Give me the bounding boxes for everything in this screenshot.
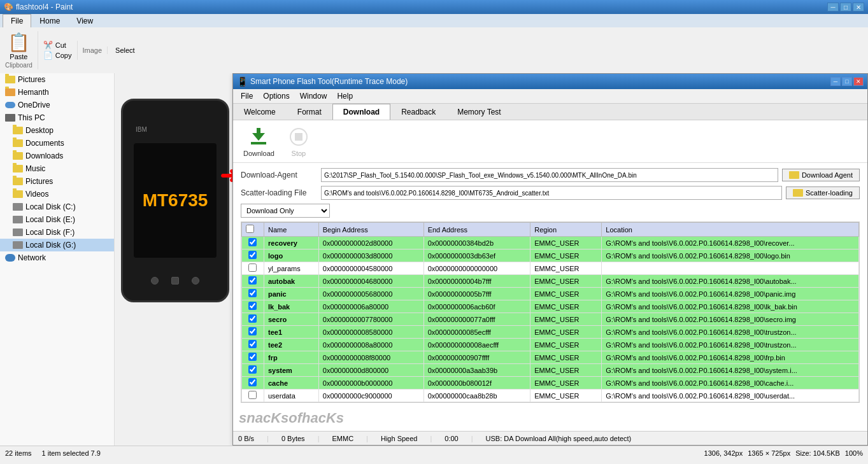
phone-buttons: [151, 277, 199, 285]
download-button[interactable]: Download: [243, 125, 274, 157]
row-checkbox-cell: [242, 313, 264, 326]
row-checkbox[interactable]: [248, 391, 257, 399]
flash-tab-welcome[interactable]: Welcome: [233, 104, 287, 120]
folder-icon: [789, 171, 799, 179]
flash-tab-format[interactable]: Format: [287, 104, 332, 120]
row-name: panic: [264, 288, 318, 300]
scatter-label: Scatter-loading File: [241, 188, 317, 197]
flash-tabs: Welcome Format Download Readback Memory …: [233, 104, 867, 120]
col-header-check: [242, 223, 264, 237]
sidebar-item-thispc[interactable]: This PC: [0, 111, 114, 124]
ribbon-tab-file[interactable]: File: [3, 14, 31, 27]
row-end: 0x00000000caa8b28b: [423, 390, 530, 402]
svg-rect-1: [257, 128, 260, 134]
coords-display: 1306, 342px: [704, 449, 743, 457]
row-end: 0x0000000003db63ef: [423, 250, 530, 262]
flash-tab-memtest[interactable]: Memory Test: [446, 104, 511, 120]
sidebar-item-downloads[interactable]: Downloads: [0, 150, 114, 162]
row-checkbox[interactable]: [248, 365, 257, 374]
stop-button[interactable]: Stop: [287, 125, 310, 157]
drive-icon: [13, 241, 23, 249]
sidebar-item-pictures2[interactable]: Pictures: [0, 175, 114, 188]
row-checkbox-cell: [242, 377, 264, 390]
folder-icon: [13, 139, 23, 147]
close-button[interactable]: ✕: [853, 3, 864, 11]
row-end: 0x00000000085ecfff: [423, 326, 530, 339]
flash-tab-readback[interactable]: Readback: [390, 104, 446, 120]
ribbon-tab-view[interactable]: View: [68, 14, 101, 27]
cloud-icon: [5, 102, 15, 108]
select-all-checkbox[interactable]: [246, 225, 254, 233]
download-mode-select[interactable]: Download Only Firmware Upgrade Format Al…: [241, 204, 330, 218]
row-region: EMMC_USER: [530, 339, 602, 351]
ribbon-content: 📋 Paste Clipboard ✂️Cut 📄Copy Image Sele…: [0, 27, 868, 73]
col-header-end: End Address: [423, 223, 530, 237]
row-location: G:\ROM's and tools\V6.0.002.P0.160614.82…: [602, 250, 859, 262]
maximize-button[interactable]: □: [840, 3, 851, 11]
col-header-region: Region: [530, 223, 602, 237]
folder-icon: [5, 88, 15, 96]
row-end: 0x0000000006acb60f: [423, 300, 530, 313]
sidebar-item-network[interactable]: Network: [0, 251, 114, 264]
sidebar-item-drive-c[interactable]: Local Disk (C:): [0, 200, 114, 213]
row-region: EMMC_USER: [530, 326, 602, 339]
scatter-loading-button[interactable]: Scatter-loading: [786, 186, 860, 199]
cut-copy-group: ✂️Cut 📄Copy: [43, 41, 78, 60]
row-name: secro: [264, 313, 318, 326]
row-region: EMMC_USER: [530, 275, 602, 288]
row-checkbox[interactable]: [248, 340, 257, 348]
select-button[interactable]: Select: [115, 46, 135, 54]
row-checkbox[interactable]: [248, 238, 257, 246]
row-checkbox[interactable]: [248, 353, 257, 361]
sidebar-item-documents[interactable]: Documents: [0, 137, 114, 150]
flash-menu-options[interactable]: Options: [258, 90, 294, 102]
col-header-location: Location: [602, 223, 859, 237]
flash-menu: File Options Window Help: [233, 89, 867, 104]
flash-close-btn[interactable]: ✕: [853, 77, 864, 86]
row-checkbox[interactable]: [248, 327, 257, 335]
flash-menu-file[interactable]: File: [236, 90, 258, 102]
folder-icon: [13, 152, 23, 160]
drive-icon: [13, 228, 23, 236]
title-bar-controls: ─ □ ✕: [827, 3, 864, 11]
row-checkbox[interactable]: [248, 302, 257, 310]
sidebar-item-videos[interactable]: Videos: [0, 188, 114, 200]
flash-tab-download[interactable]: Download: [332, 104, 390, 120]
row-region: EMMC_USER: [530, 300, 602, 313]
main-layout: Pictures Hemanth OneDrive This PC Deskto…: [0, 73, 868, 446]
flash-maximize-btn[interactable]: □: [842, 77, 852, 86]
row-checkbox[interactable]: [248, 314, 257, 323]
row-checkbox[interactable]: [248, 289, 257, 297]
sidebar-item-pictures[interactable]: Pictures: [0, 73, 114, 86]
download-agent-input[interactable]: [321, 168, 778, 182]
ribbon-tabs: File Home View: [0, 14, 868, 27]
sidebar-item-hemanth[interactable]: Hemanth: [0, 86, 114, 99]
flash-menu-help[interactable]: Help: [332, 90, 358, 102]
row-region: EMMC_USER: [530, 288, 602, 300]
stop-label: Stop: [292, 150, 306, 157]
folder-icon: [13, 178, 23, 185]
row-name: lk_bak: [264, 300, 318, 313]
row-checkbox[interactable]: [248, 378, 257, 386]
scatter-input[interactable]: [321, 186, 782, 200]
image-group: Image: [83, 46, 108, 54]
row-checkbox[interactable]: [248, 276, 257, 285]
cut-button[interactable]: ✂️Cut: [43, 41, 72, 50]
sidebar-item-desktop[interactable]: Desktop: [0, 124, 114, 137]
row-checkbox[interactable]: [248, 251, 257, 259]
sidebar-item-onedrive[interactable]: OneDrive: [0, 99, 114, 111]
sidebar-item-drive-f[interactable]: Local Disk (F:): [0, 226, 114, 239]
flash-menu-window[interactable]: Window: [295, 90, 332, 102]
folder-icon: [5, 76, 15, 83]
sidebar-item-drive-e[interactable]: Local Disk (E:): [0, 213, 114, 226]
ribbon-tab-home[interactable]: Home: [31, 14, 68, 27]
paste-button[interactable]: 📋 Paste: [8, 32, 30, 60]
download-agent-button[interactable]: Download Agent: [782, 169, 860, 181]
copy-button[interactable]: 📄Copy: [43, 51, 72, 60]
minimize-button[interactable]: ─: [827, 3, 839, 11]
partition-table-wrapper: Name Begin Address End Address Region Lo…: [241, 221, 860, 403]
sidebar-item-music[interactable]: Music: [0, 162, 114, 175]
row-checkbox[interactable]: [248, 264, 257, 272]
sidebar-item-drive-g[interactable]: Local Disk (G:): [0, 239, 114, 251]
flash-minimize-btn[interactable]: ─: [830, 77, 841, 86]
